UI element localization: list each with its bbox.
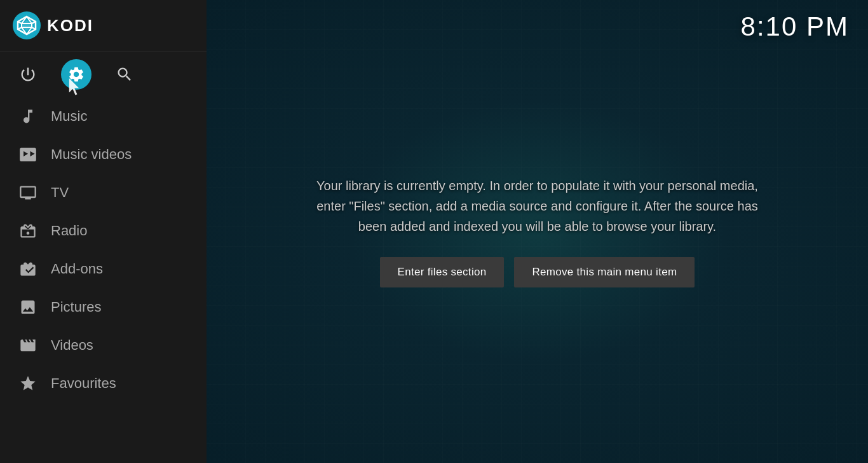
sidebar-item-favourites-label: Favourites [51,375,116,392]
sidebar-item-favourites[interactable]: Favourites [0,364,207,403]
pictures-icon [18,297,38,317]
top-icon-bar [0,52,207,95]
enter-files-section-button[interactable]: Enter files section [380,257,505,287]
sidebar-item-videos-label: Videos [51,337,93,354]
search-icon [116,66,133,83]
settings-button[interactable] [61,59,92,90]
sidebar-item-videos[interactable]: Videos [0,326,207,364]
tv-icon [18,183,38,203]
library-empty-message: Your library is currently empty. In orde… [309,176,766,237]
kodi-logo-icon [13,11,41,39]
sidebar-item-music-videos-label: Music videos [51,146,132,163]
app-header: KODI [0,0,207,52]
addons-icon [18,259,38,279]
content-box: Your library is currently empty. In orde… [296,163,779,300]
music-video-icon [18,144,38,165]
power-button[interactable] [13,59,43,90]
power-icon [19,66,37,83]
sidebar-item-pictures[interactable]: Pictures [0,288,207,326]
music-icon [18,106,38,127]
app-name: KODI [47,16,93,36]
kodi-logo: KODI [13,11,93,39]
action-buttons: Enter files section Remove this main men… [309,257,766,287]
sidebar-item-radio[interactable]: Radio [0,212,207,250]
sidebar-item-tv[interactable]: TV [0,174,207,212]
sidebar-item-add-ons-label: Add-ons [51,261,103,277]
favourites-icon [18,373,38,394]
videos-icon [18,335,38,356]
remove-menu-item-button[interactable]: Remove this main menu item [514,257,695,287]
radio-icon [18,221,38,241]
sidebar-item-pictures-label: Pictures [51,299,101,315]
sidebar-item-music-videos[interactable]: Music videos [0,135,207,174]
nav-list: Music Music videos TV Radio [0,95,207,463]
search-button[interactable] [109,59,140,90]
sidebar-item-add-ons[interactable]: Add-ons [0,250,207,288]
sidebar-item-radio-label: Radio [51,223,87,239]
clock-display: 8:10 PM [741,11,849,42]
main-content: 8:10 PM Your library is currently empty.… [207,0,868,463]
sidebar-item-music-label: Music [51,108,87,125]
sidebar-item-music[interactable]: Music [0,97,207,135]
sidebar-item-tv-label: TV [51,184,69,201]
settings-icon [67,66,85,83]
sidebar: KODI [0,0,207,463]
